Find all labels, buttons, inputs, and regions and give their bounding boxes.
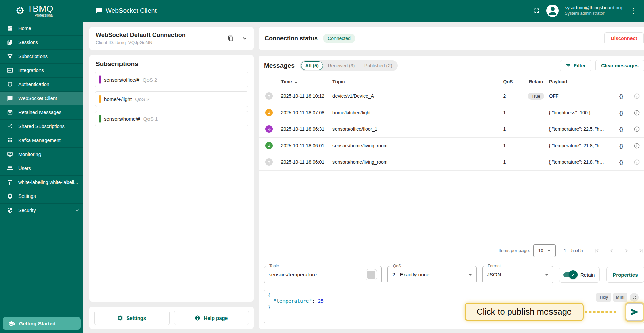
subscription-item[interactable]: sensors/office/# QoS 2: [95, 72, 248, 87]
help-icon: [195, 315, 200, 321]
topic-input[interactable]: Topic sensors/temperature: [264, 266, 382, 283]
sidebar-item-subscriptions[interactable]: Subscriptions: [0, 50, 83, 64]
message-row[interactable]: 2025-10-11 18:06:01 sensors/home/living_…: [259, 154, 644, 171]
people-icon: [7, 165, 14, 172]
column-payload[interactable]: Payload: [549, 79, 613, 84]
publish-message-button[interactable]: [626, 303, 643, 321]
mini-button[interactable]: Mini: [613, 293, 627, 302]
help-page-button[interactable]: Help page: [174, 311, 249, 325]
copy-icon[interactable]: [227, 35, 234, 41]
sidebar-item-integrations[interactable]: Integrations: [0, 64, 83, 78]
first-page-icon[interactable]: [593, 247, 600, 254]
subscription-item[interactable]: home/+/light QoS 2: [95, 91, 248, 107]
sidebar-item-websocket-client[interactable]: WebSocket Client: [0, 92, 83, 106]
subscriptions-panel: Subscriptions sensors/office/# QoS 2 hom…: [89, 55, 254, 302]
retain-toggle[interactable]: Retain: [559, 267, 600, 283]
chat-bubble-icon: [96, 7, 102, 14]
message-row[interactable]: 2025-10-11 18:06:31 sensors/office/floor…: [259, 121, 644, 138]
payload-json-icon[interactable]: {}: [619, 143, 623, 149]
message-row[interactable]: 2025-10-11 18:06:01 sensors/home/living_…: [259, 138, 644, 154]
message-topic: sensors/office/floor_1: [332, 126, 503, 132]
connection-card[interactable]: WebSocket Default Connection Client ID: …: [89, 27, 254, 50]
items-per-page-select[interactable]: 10: [533, 244, 556, 257]
kebab-menu-icon[interactable]: ⋮: [628, 7, 638, 15]
gear-icon: [7, 193, 14, 200]
column-qos[interactable]: QoS: [503, 79, 523, 84]
next-page-icon[interactable]: [623, 247, 630, 254]
editor-fullscreen-icon[interactable]: [630, 293, 639, 302]
message-row[interactable]: 2025-10-11 18:07:08 home/kitchen/light 1…: [259, 104, 644, 121]
sidebar-item-sessions[interactable]: Sessions: [0, 36, 83, 50]
sidebar-item-home[interactable]: Home: [0, 22, 83, 36]
received-arrow-icon: [265, 142, 273, 149]
tab-published[interactable]: Published (2): [360, 61, 397, 70]
column-retain[interactable]: Retain: [529, 79, 543, 84]
payload-json-icon[interactable]: {}: [619, 159, 623, 165]
column-topic[interactable]: Topic: [332, 79, 503, 84]
clear-messages-button[interactable]: Clear messages: [595, 60, 644, 71]
sidebar-item-settings[interactable]: Settings: [0, 189, 83, 204]
qos-select[interactable]: QoS 2 - Exactly once: [387, 266, 477, 283]
message-payload: { "temperature": 21.8, "h…: [549, 159, 613, 165]
disconnect-button[interactable]: Disconnect: [604, 32, 643, 44]
connection-status-title: Connection status: [265, 35, 318, 42]
payload-json-icon[interactable]: {}: [619, 110, 623, 116]
getting-started-button[interactable]: Getting Started: [3, 317, 81, 330]
subscription-item[interactable]: sensors/home/# QoS 1: [95, 111, 248, 126]
call-split-icon: [7, 123, 14, 130]
column-time[interactable]: Time: [281, 79, 332, 84]
payload-json-icon[interactable]: {}: [619, 126, 623, 132]
send-icon: [630, 308, 639, 316]
avatar[interactable]: [546, 5, 559, 17]
sidebar-item-white-labeling[interactable]: white-labeling.white-labeli...: [0, 176, 83, 190]
message-time: 2025-10-11 18:07:08: [281, 110, 332, 115]
user-info[interactable]: sysadmin@thingsboard.org System administ…: [565, 5, 622, 16]
info-icon[interactable]: [634, 110, 640, 116]
filter-button[interactable]: Filter: [560, 60, 591, 71]
gear-icon: [117, 315, 123, 321]
sidebar-item-retained-messages[interactable]: Retained Messages: [0, 105, 83, 120]
previous-page-icon[interactable]: [608, 247, 615, 254]
info-icon[interactable]: [634, 93, 640, 99]
sidebar-item-security[interactable]: Security: [0, 204, 83, 218]
payload-editor[interactable]: { "temperature": 25 } Tidy Mini Click to…: [264, 290, 644, 323]
messages-title: Messages: [264, 62, 295, 69]
sidebar-item-monitoring[interactable]: Monitoring: [0, 148, 83, 162]
chevron-down-icon: [468, 274, 472, 276]
last-page-icon[interactable]: [638, 247, 644, 254]
sidebar-item-authentication[interactable]: Authentication: [0, 78, 83, 92]
tbmq-logo[interactable]: ⚙ TBMQ Professional: [0, 4, 83, 17]
sidebar-item-kafka-management[interactable]: Kafka Management: [0, 133, 83, 148]
sidebar-item-shared-subscriptions[interactable]: Shared Subscriptions: [0, 120, 83, 134]
add-subscription-button[interactable]: [240, 60, 248, 68]
settings-button[interactable]: Settings: [94, 311, 170, 325]
message-qos: 1: [503, 143, 523, 148]
payload-json-icon[interactable]: {}: [619, 93, 623, 99]
subscriptions-title: Subscriptions: [96, 60, 138, 68]
info-icon[interactable]: [634, 143, 640, 149]
chevron-down-icon[interactable]: [242, 35, 248, 41]
info-icon[interactable]: [634, 159, 640, 165]
tidy-button[interactable]: Tidy: [596, 293, 611, 302]
info-icon[interactable]: [634, 126, 640, 132]
message-row[interactable]: 2025-10-11 18:10:12 device/v1/Device_A 2…: [259, 88, 644, 104]
message-time: 2025-10-11 18:10:12: [281, 93, 332, 99]
page-title: WebSocket Client: [96, 7, 157, 14]
format-value: JSON: [487, 272, 501, 278]
message-payload: { "brightness": 100 }: [549, 110, 613, 115]
topic-value: sensors/temperature: [269, 272, 317, 278]
tab-received[interactable]: Received (3): [324, 61, 359, 70]
tab-all[interactable]: All (5): [301, 61, 323, 70]
status-badge: Connected: [323, 34, 355, 43]
topic-color-swatch[interactable]: [366, 269, 377, 280]
published-arrow-icon: [265, 158, 273, 166]
retain-badge: True: [528, 93, 544, 100]
properties-button[interactable]: Properties: [606, 267, 644, 283]
fullscreen-icon[interactable]: [533, 7, 540, 14]
format-select[interactable]: Format JSON: [482, 266, 553, 283]
logo-text: TBMQ: [27, 4, 53, 13]
sidebar-item-users[interactable]: Users: [0, 161, 83, 176]
chevron-down-icon: [545, 274, 548, 276]
apps-grid-icon: [7, 137, 14, 144]
input-icon: [7, 67, 14, 74]
